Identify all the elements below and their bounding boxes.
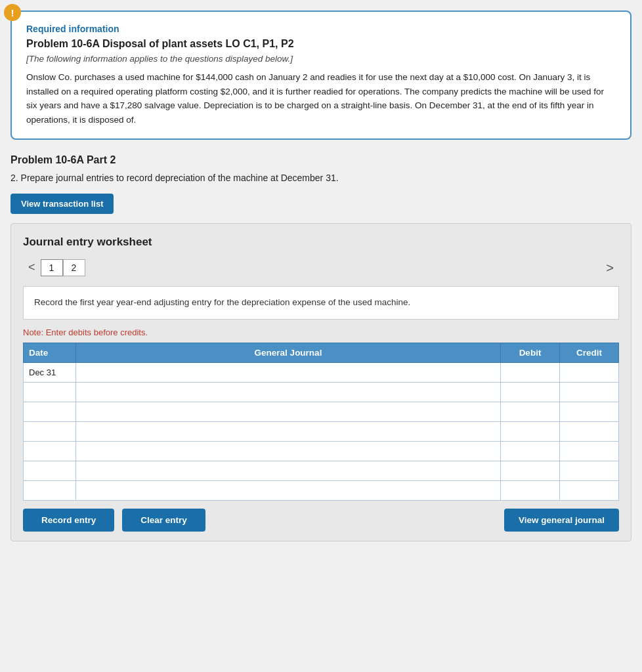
pagination: < 1 2 > <box>23 258 619 277</box>
debit-input-7[interactable] <box>506 486 554 495</box>
general-journal-input-2[interactable] <box>81 387 495 397</box>
debit-input-2[interactable] <box>506 387 554 397</box>
col-header-credit: Credit <box>560 343 619 362</box>
general-journal-input-4[interactable] <box>81 427 495 436</box>
table-row <box>24 461 619 480</box>
record-entry-button[interactable]: Record entry <box>23 509 114 532</box>
italic-note: [The following information applies to th… <box>26 54 616 64</box>
col-header-date: Date <box>24 343 76 362</box>
worksheet-container: Journal entry worksheet < 1 2 > Record t… <box>11 223 631 541</box>
view-transaction-list-button[interactable]: View transaction list <box>11 194 114 214</box>
debit-cell-4[interactable] <box>501 421 560 441</box>
debit-cell-3[interactable] <box>501 402 560 421</box>
general-journal-input-6[interactable] <box>81 466 495 476</box>
general-journal-cell-5[interactable] <box>76 441 501 461</box>
general-journal-input-5[interactable] <box>81 446 495 456</box>
credit-cell-7[interactable] <box>560 480 619 500</box>
alert-icon: ! <box>4 4 21 21</box>
credit-input-5[interactable] <box>565 446 613 456</box>
credit-cell-1[interactable] <box>560 362 619 382</box>
general-journal-cell-4[interactable] <box>76 421 501 441</box>
date-cell-2 <box>24 382 76 402</box>
table-row: Dec 31 <box>24 362 619 382</box>
debit-cell-7[interactable] <box>501 480 560 500</box>
general-journal-cell-1[interactable] <box>76 362 501 382</box>
general-journal-cell-6[interactable] <box>76 461 501 480</box>
debit-cell-2[interactable] <box>501 382 560 402</box>
page-1-tab[interactable]: 1 <box>41 259 63 276</box>
journal-table: Date General Journal Debit Credit Dec 31 <box>23 343 619 501</box>
debit-input-4[interactable] <box>506 427 554 436</box>
col-header-general-journal: General Journal <box>76 343 501 362</box>
date-cell-3 <box>24 402 76 421</box>
debit-cell-5[interactable] <box>501 441 560 461</box>
date-cell-4 <box>24 421 76 441</box>
debit-input-1[interactable] <box>506 368 554 377</box>
general-journal-input-7[interactable] <box>81 486 495 495</box>
general-journal-input-3[interactable] <box>81 407 495 417</box>
credit-cell-3[interactable] <box>560 402 619 421</box>
general-journal-cell-7[interactable] <box>76 480 501 500</box>
bottom-buttons: Record entry Clear entry View general jo… <box>23 501 619 541</box>
credit-input-1[interactable] <box>565 368 613 377</box>
table-row <box>24 402 619 421</box>
clear-entry-button[interactable]: Clear entry <box>122 509 205 532</box>
instruction-text: Record the first year year-end adjusting… <box>34 297 410 307</box>
debit-cell-1[interactable] <box>501 362 560 382</box>
date-cell-1: Dec 31 <box>24 362 76 382</box>
table-row <box>24 382 619 402</box>
general-journal-cell-2[interactable] <box>76 382 501 402</box>
view-general-journal-button[interactable]: View general journal <box>504 509 619 532</box>
credit-cell-2[interactable] <box>560 382 619 402</box>
general-journal-input-1[interactable] <box>81 368 495 377</box>
description-text: Onslow Co. purchases a used machine for … <box>26 70 616 127</box>
section-heading: Problem 10-6A Part 2 <box>11 154 631 166</box>
question-text: 2. Prepare journal entries to record dep… <box>11 173 631 183</box>
general-journal-cell-3[interactable] <box>76 402 501 421</box>
credit-cell-5[interactable] <box>560 441 619 461</box>
table-row <box>24 421 619 441</box>
credit-input-3[interactable] <box>565 407 613 417</box>
date-cell-7 <box>24 480 76 500</box>
worksheet-title: Journal entry worksheet <box>23 236 619 249</box>
credit-input-6[interactable] <box>565 466 613 476</box>
prev-page-button[interactable]: < <box>23 258 41 277</box>
debit-input-3[interactable] <box>506 407 554 417</box>
credit-cell-4[interactable] <box>560 421 619 441</box>
debit-input-5[interactable] <box>506 446 554 456</box>
info-box: ! Required information Problem 10-6A Dis… <box>11 10 631 140</box>
record-instruction-box: Record the first year year-end adjusting… <box>23 286 619 319</box>
credit-input-7[interactable] <box>565 486 613 495</box>
date-cell-5 <box>24 441 76 461</box>
credit-cell-6[interactable] <box>560 461 619 480</box>
page-2-tab[interactable]: 2 <box>63 259 85 276</box>
next-page-button[interactable]: > <box>601 259 619 277</box>
table-row <box>24 480 619 500</box>
debit-input-6[interactable] <box>506 466 554 476</box>
problem-title: Problem 10-6A Disposal of plant assets L… <box>26 38 616 50</box>
credit-input-4[interactable] <box>565 427 613 436</box>
debit-cell-6[interactable] <box>501 461 560 480</box>
note-text: Note: Enter debits before credits. <box>23 327 619 337</box>
date-cell-6 <box>24 461 76 480</box>
credit-input-2[interactable] <box>565 387 613 397</box>
table-row <box>24 441 619 461</box>
required-label: Required information <box>26 24 616 34</box>
col-header-debit: Debit <box>501 343 560 362</box>
